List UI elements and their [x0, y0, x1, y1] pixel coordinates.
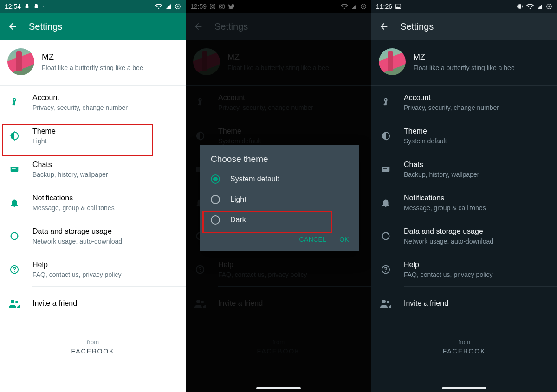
settings-item-account[interactable]: AccountPrivacy, security, change number: [371, 86, 557, 119]
nav-handle[interactable]: [442, 387, 486, 389]
theme-icon: [381, 131, 391, 141]
theme-title: Theme: [32, 127, 56, 135]
settings-item-help[interactable]: HelpFAQ, contact us, privacy policy: [0, 253, 186, 286]
notif-title: Notifications: [404, 194, 486, 202]
footer: from FACEBOOK: [0, 320, 186, 355]
account-sub: Privacy, security, change number: [32, 104, 128, 111]
data-saver-icon: [175, 3, 181, 10]
statusbar: 12:54 ·: [0, 0, 186, 13]
account-sub: Privacy, security, change number: [404, 104, 499, 111]
dialog-title: Choose theme: [200, 154, 359, 169]
snapchat-icon: [33, 3, 39, 10]
cellular-icon: [537, 4, 543, 9]
footer-facebook: FACEBOOK: [0, 347, 186, 355]
profile-name: MZ: [42, 52, 143, 62]
chats-sub: Backup, history, wallpaper: [32, 171, 108, 178]
clock: 11:26: [376, 3, 392, 10]
invite-title: Invite a friend: [404, 299, 448, 308]
option-label: Dark: [230, 216, 246, 224]
svg-point-28: [385, 271, 386, 272]
data-saver-icon: [546, 3, 552, 10]
profile-name: MZ: [413, 52, 515, 62]
wifi-icon: [155, 4, 162, 9]
svg-point-7: [15, 301, 18, 303]
theme-icon: [9, 131, 19, 141]
profile-row[interactable]: MZ Float like a butterfly sting like a b…: [0, 40, 186, 85]
snapchat-icon: [24, 3, 30, 10]
theme-title: Theme: [404, 127, 447, 135]
svg-point-29: [382, 300, 386, 303]
theme-option-default[interactable]: System default: [200, 169, 359, 189]
statusbar: 11:26: [371, 0, 557, 13]
screenshot-triptych: 12:54 · Settings MZ Float like a butterf…: [0, 0, 557, 392]
help-sub: FAQ, contact us, privacy policy: [404, 271, 492, 278]
svg-point-5: [14, 271, 15, 272]
option-label: System default: [230, 175, 279, 183]
data-title: Data and storage usage: [404, 227, 493, 236]
cellular-icon: [165, 4, 172, 9]
ok-button[interactable]: OK: [339, 236, 349, 243]
people-icon: [380, 299, 391, 308]
profile-row[interactable]: MZFloat like a butterfly sting like a be…: [371, 40, 557, 85]
theme-dialog: Choose theme System default Light Dark C…: [200, 145, 359, 251]
help-title: Help: [404, 261, 492, 269]
settings-item-theme[interactable]: ThemeSystem default: [371, 119, 557, 153]
nav-handle[interactable]: [256, 387, 301, 389]
appbar: Settings: [371, 13, 557, 40]
settings-item-account[interactable]: AccountPrivacy, security, change number: [0, 86, 186, 119]
avatar: [379, 48, 406, 75]
screen-dark: 11:26 Settings MZFloat like a butterfly …: [371, 0, 557, 392]
profile-status: Float like a butterfly sting like a bee: [413, 64, 515, 71]
radio-icon: [211, 215, 220, 225]
vibrate-icon: [516, 3, 524, 10]
data-sub: Network usage, auto-download: [32, 238, 122, 245]
page-title: Settings: [400, 21, 434, 32]
theme-sub: Light: [32, 137, 56, 145]
back-icon[interactable]: [7, 21, 18, 32]
clock: 12:54: [5, 3, 21, 10]
chats-icon: [381, 164, 391, 174]
key-icon: [9, 97, 19, 108]
settings-item-invite[interactable]: Invite a friend: [0, 287, 186, 320]
data-usage-icon: [9, 231, 19, 241]
radio-icon: [211, 174, 220, 184]
wifi-icon: [526, 4, 534, 9]
back-icon[interactable]: [379, 21, 389, 32]
help-icon: [9, 264, 19, 275]
settings-item-invite[interactable]: Invite a friend: [371, 287, 557, 320]
data-usage-icon: [381, 231, 391, 241]
footer-facebook: FACEBOOK: [371, 347, 557, 355]
theme-option-dark[interactable]: Dark: [200, 210, 359, 230]
cancel-button[interactable]: CANCEL: [299, 236, 327, 243]
profile-status: Float like a butterfly sting like a bee: [42, 64, 143, 71]
radio-icon: [211, 195, 220, 204]
option-label: Light: [230, 195, 246, 204]
account-title: Account: [32, 94, 128, 102]
screen-light: 12:54 · Settings MZ Float like a butterf…: [0, 0, 186, 392]
settings-item-help[interactable]: HelpFAQ, contact us, privacy policy: [371, 253, 557, 286]
settings-item-chats[interactable]: ChatsBackup, history, wallpaper: [371, 153, 557, 186]
key-icon: [381, 97, 391, 108]
chats-icon: [9, 164, 19, 174]
appbar: Settings: [0, 13, 186, 40]
chats-title: Chats: [404, 161, 479, 169]
theme-option-light[interactable]: Light: [200, 189, 359, 210]
avatar: [7, 48, 34, 75]
svg-point-26: [382, 233, 389, 240]
account-title: Account: [404, 94, 499, 102]
footer-from: from: [371, 339, 557, 346]
svg-rect-2: [12, 168, 16, 169]
settings-item-notifications[interactable]: NotificationsMessage, group & call tones: [371, 186, 557, 219]
svg-rect-22: [518, 4, 521, 8]
screen-dialog: 12:59 Settings MZFloat like a butterfly …: [186, 0, 371, 392]
settings-item-chats[interactable]: ChatsBackup, history, wallpaper: [0, 153, 186, 186]
settings-item-notifications[interactable]: NotificationsMessage, group & call tones: [0, 186, 186, 219]
settings-item-data[interactable]: Data and storage usageNetwork usage, aut…: [371, 219, 557, 253]
notif-sub: Message, group & call tones: [32, 204, 115, 212]
settings-item-data[interactable]: Data and storage usageNetwork usage, aut…: [0, 219, 186, 253]
bell-icon: [9, 198, 19, 208]
settings-item-theme[interactable]: ThemeLight: [0, 119, 186, 153]
footer-from: from: [0, 339, 186, 346]
image-icon: [395, 3, 402, 10]
svg-point-3: [11, 233, 18, 240]
